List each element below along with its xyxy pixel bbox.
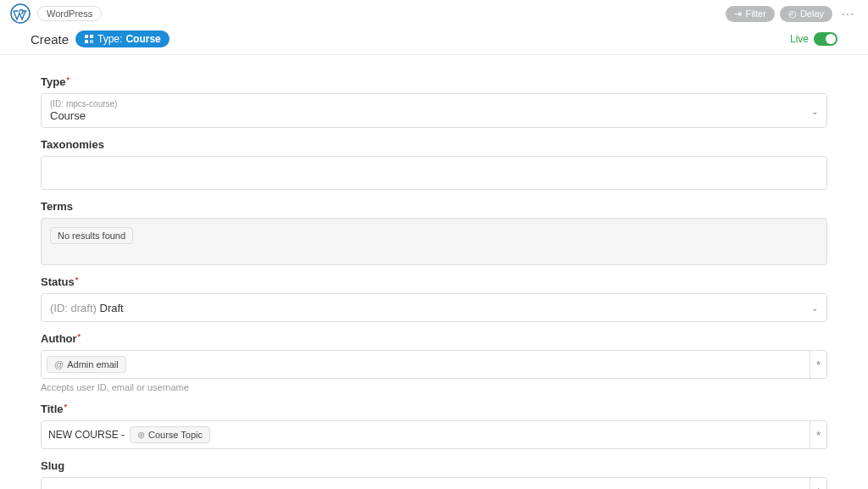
author-input[interactable]: @ Admin email * — [41, 350, 827, 379]
wordpress-logo-icon — [10, 3, 31, 24]
terms-label: Terms — [41, 200, 827, 213]
live-label: Live — [790, 33, 809, 45]
status-id: (ID: draft) — [50, 302, 97, 314]
top-header: WordPress ⇥ Filter ◴ Delay ⋯ — [0, 0, 868, 27]
type-select[interactable]: (ID: mpcs-course) Course ⌄ — [41, 93, 827, 128]
user-icon: @ — [54, 360, 64, 370]
svg-rect-4 — [90, 40, 93, 43]
title-prefix: NEW COURSE - — [48, 429, 125, 441]
asterisk-icon: * — [810, 478, 826, 489]
slug-label: Slug — [41, 459, 827, 472]
chevron-down-icon: ⌄ — [811, 303, 818, 313]
type-prefix: Type: — [97, 33, 122, 45]
author-label: Author — [41, 332, 827, 345]
target-icon: ⊛ — [137, 431, 145, 440]
svg-rect-2 — [90, 35, 93, 38]
sub-header: Create Type: Course Live — [0, 27, 868, 55]
delay-button[interactable]: ◴ Delay — [780, 6, 832, 22]
title-input[interactable]: NEW COURSE - ⊛ Course Topic * — [41, 420, 827, 449]
filter-label: Filter — [745, 8, 765, 19]
slug-input[interactable]: * — [41, 477, 827, 489]
svg-rect-1 — [85, 35, 88, 38]
title-label: Title — [41, 403, 827, 415]
asterisk-icon: * — [810, 421, 826, 448]
course-topic-chip[interactable]: ⊛ Course Topic — [130, 426, 210, 443]
more-options-icon[interactable]: ⋯ — [837, 6, 858, 22]
type-field-label: Type — [41, 75, 827, 88]
asterisk-icon: * — [810, 351, 826, 378]
delay-label: Delay — [800, 8, 824, 19]
create-label: Create — [31, 32, 69, 47]
type-pill[interactable]: Type: Course — [75, 31, 170, 47]
status-label: Status — [41, 275, 827, 288]
clock-icon: ◴ — [788, 8, 797, 19]
taxonomies-label: Taxonomies — [41, 138, 827, 151]
author-email-chip[interactable]: @ Admin email — [47, 356, 126, 373]
type-id: (ID: mpcs-course) — [50, 99, 117, 109]
live-toggle[interactable] — [814, 32, 837, 46]
status-select[interactable]: (ID: draft) Draft ⌄ — [41, 293, 827, 322]
filter-icon: ⇥ — [734, 8, 742, 19]
filter-button[interactable]: ⇥ Filter — [726, 6, 774, 22]
taxonomies-input[interactable] — [41, 156, 827, 190]
type-icon — [84, 34, 94, 44]
form-container: Type (ID: mpcs-course) Course ⌄ Taxonomi… — [0, 55, 868, 489]
author-help: Accepts user ID, email or username — [41, 382, 827, 392]
svg-rect-3 — [85, 40, 88, 43]
type-value: Course — [125, 33, 160, 45]
status-value: Draft — [100, 302, 124, 314]
type-value-display: Course — [50, 109, 86, 122]
platform-pill: WordPress — [37, 6, 102, 21]
chevron-down-icon: ⌄ — [811, 106, 818, 115]
terms-box: No results found — [41, 218, 827, 265]
terms-no-results: No results found — [50, 227, 133, 244]
